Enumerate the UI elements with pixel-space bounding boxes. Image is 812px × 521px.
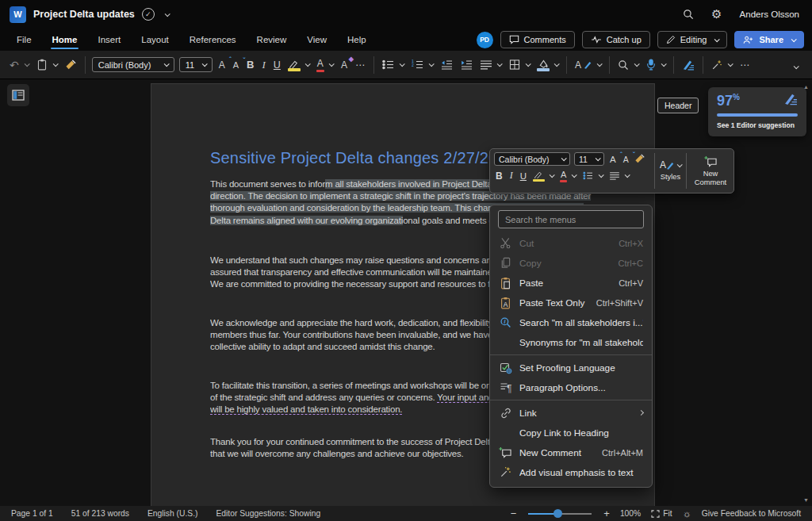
- zoom-slider[interactable]: [527, 513, 593, 515]
- menu-item-synonyms-for-m-all-stakehold[interactable]: Synonyms for "m all stakehold...: [490, 332, 652, 352]
- align-button[interactable]: [479, 59, 503, 71]
- mini-new-comment-button[interactable]: New Comment: [688, 149, 733, 193]
- editor-score-card[interactable]: 97% See 1 Editor suggestion: [708, 87, 806, 136]
- mini-bullets-button[interactable]: [581, 170, 604, 182]
- mini-bold-button[interactable]: B: [494, 169, 504, 183]
- vertical-scrollbar[interactable]: ▲ ▼: [802, 82, 810, 506]
- decrease-indent-button[interactable]: [439, 58, 454, 71]
- tab-review[interactable]: Review: [248, 31, 296, 48]
- font-color-button[interactable]: A: [316, 56, 335, 73]
- menu-item-cut: CutCtrl+X: [490, 233, 652, 253]
- status-english-u-s-[interactable]: English (U.S.): [147, 509, 198, 518]
- menu-item-add-visual-emphasis-to-text[interactable]: Add visual emphasis to text: [490, 462, 652, 482]
- bold-button[interactable]: B: [245, 57, 255, 72]
- mini-italic-button[interactable]: I: [508, 168, 515, 183]
- tab-view[interactable]: View: [298, 31, 335, 48]
- svg-text:2: 2: [412, 63, 414, 67]
- paragraph-icon: ¶: [499, 381, 512, 393]
- zoom-level[interactable]: 100%: [620, 509, 641, 518]
- zoom-slider-handle[interactable]: [553, 509, 562, 518]
- ribbon-more-button[interactable]: ⋯: [738, 58, 752, 72]
- share-button[interactable]: Share: [734, 31, 804, 48]
- font-size-select[interactable]: 11: [179, 57, 213, 72]
- mini-shrink-font-button[interactable]: Aˇ: [622, 153, 630, 166]
- document-heading[interactable]: Sensitive Project Delta changes 2/27/202…: [210, 149, 515, 167]
- underline-button[interactable]: U: [272, 58, 282, 72]
- share-people-icon: [743, 36, 754, 44]
- undo-button[interactable]: ↶: [8, 57, 30, 73]
- fit-button[interactable]: Fit: [651, 509, 672, 518]
- menu-item-search-m-all-stakeholders-i[interactable]: iSearch "m all stakeholders i...": [490, 312, 652, 332]
- tab-home[interactable]: Home: [44, 31, 86, 48]
- mini-underline-button[interactable]: U: [519, 170, 528, 182]
- word-app-window: W Project Delta updates ✓ ⚙ Anders Olsso…: [0, 0, 812, 521]
- menu-item-link[interactable]: Link: [490, 403, 652, 423]
- mini-highlight-button[interactable]: [532, 169, 555, 182]
- editing-mode-button[interactable]: Editing: [657, 31, 728, 48]
- catch-up-button[interactable]: Catch up: [582, 31, 650, 48]
- mini-format-painter-button[interactable]: [634, 154, 645, 164]
- navigation-pane-toggle[interactable]: [7, 84, 29, 106]
- editor-button[interactable]: [680, 58, 696, 72]
- tab-insert[interactable]: Insert: [89, 31, 129, 48]
- increase-indent-button[interactable]: [459, 58, 474, 71]
- add-visual-emphasis-button[interactable]: [710, 58, 733, 72]
- menu-item-copy-link-to-heading[interactable]: Copy Link to Heading: [490, 423, 652, 442]
- mini-styles-button[interactable]: A Styles: [656, 149, 685, 193]
- bullets-button[interactable]: [381, 58, 405, 71]
- find-button[interactable]: [616, 58, 640, 72]
- numbering-button[interactable]: 12: [410, 58, 435, 71]
- ribbon-collapse-chevron[interactable]: [791, 58, 804, 72]
- tab-references[interactable]: References: [181, 31, 245, 48]
- focus-mode-icon[interactable]: ☼: [683, 508, 691, 519]
- autosave-cloud-icon[interactable]: ✓: [142, 8, 155, 21]
- header-button[interactable]: Header: [657, 98, 699, 113]
- menu-item-paste[interactable]: PasteCtrl+V: [490, 273, 652, 293]
- search-icon[interactable]: [683, 9, 694, 20]
- status-page-1-of-1[interactable]: Page 1 of 1: [11, 509, 53, 518]
- paste-button[interactable]: [35, 57, 59, 72]
- gear-icon[interactable]: ⚙: [711, 7, 722, 21]
- svg-text:i: i: [504, 319, 506, 324]
- text-highlight-button[interactable]: [287, 58, 311, 72]
- tab-help[interactable]: Help: [339, 31, 375, 48]
- italic-button[interactable]: I: [260, 57, 266, 73]
- menu-item-paste-text-only[interactable]: APaste Text OnlyCtrl+Shift+V: [490, 293, 652, 312]
- avatar[interactable]: PD: [477, 32, 493, 48]
- dictate-button[interactable]: [645, 57, 667, 72]
- menu-item-paragraph-options[interactable]: ¶Paragraph Options...: [490, 377, 652, 397]
- user-name[interactable]: Anders Olsson: [740, 10, 799, 19]
- feedback-link[interactable]: Give Feedback to Microsoft: [702, 509, 801, 518]
- tab-file[interactable]: File: [8, 31, 40, 48]
- menu-item-set-proofing-language[interactable]: Set Proofing Language: [490, 358, 652, 377]
- zoom-in-button[interactable]: +: [603, 508, 610, 519]
- context-menu-search[interactable]: [498, 210, 644, 228]
- borders-button[interactable]: [508, 58, 531, 71]
- status-51-of-213-words[interactable]: 51 of 213 words: [71, 509, 129, 518]
- status-bar: Page 1 of 151 of 213 wordsEnglish (U.S.)…: [0, 506, 812, 521]
- menu-item-new-comment[interactable]: New CommentCtrl+Alt+M: [490, 442, 652, 462]
- font-name-select[interactable]: Calibri (Body): [92, 57, 174, 72]
- mini-align-button[interactable]: [608, 170, 630, 182]
- search-the-menus-input[interactable]: [505, 215, 637, 224]
- mini-font-color-button[interactable]: A: [559, 168, 577, 183]
- title-chevron-down-icon[interactable]: [164, 11, 170, 17]
- document-title[interactable]: Project Delta updates: [33, 9, 135, 20]
- mini-font-name-select[interactable]: Calibri (Body): [494, 152, 570, 166]
- editor-suggestion-link[interactable]: See 1 Editor suggestion: [717, 121, 798, 129]
- styles-button[interactable]: A: [573, 58, 603, 72]
- shrink-font-button[interactable]: Aˇ: [232, 59, 240, 71]
- shading-button[interactable]: [536, 58, 560, 72]
- zoom-out-button[interactable]: −: [511, 508, 517, 519]
- scroll-up-arrow-icon[interactable]: ▲: [803, 84, 809, 90]
- tab-layout[interactable]: Layout: [132, 31, 178, 48]
- mini-grow-font-button[interactable]: Aˆ: [608, 153, 618, 166]
- more-font-options-button[interactable]: ⋯: [354, 58, 367, 72]
- format-painter-button[interactable]: [63, 58, 79, 72]
- status-editor-suggestions-showin[interactable]: Editor Suggestions: Showing: [216, 509, 320, 518]
- grow-font-button[interactable]: Aˆ: [217, 58, 227, 72]
- text-effects-button[interactable]: A◆: [339, 58, 349, 72]
- mini-font-size-select[interactable]: 11: [574, 152, 604, 166]
- scroll-down-arrow-icon[interactable]: ▼: [803, 497, 809, 503]
- comments-button[interactable]: Comments: [500, 31, 575, 48]
